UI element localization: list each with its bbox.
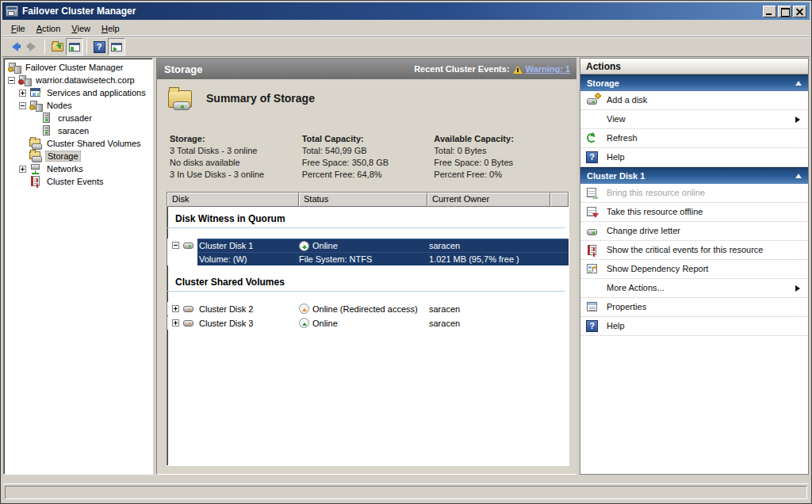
tree-item-services[interactable]: Services and applications — [4, 86, 152, 99]
collapse-section-icon[interactable] — [795, 78, 802, 86]
row-cluster-disk-1-volume[interactable]: Volume: (W) File System: NTFS 1.021 MB (… — [167, 252, 569, 265]
forward-button[interactable] — [24, 38, 41, 55]
action-properties[interactable]: Properties — [580, 298, 808, 317]
title-bar: Failover Cluster Manager — [2, 2, 810, 20]
action-help-disk[interactable]: ? Help — [580, 317, 808, 336]
tree-item-cluster[interactable]: warrior.datawisetech.corp — [4, 74, 152, 86]
action-help-storage[interactable]: ? Help — [580, 148, 808, 167]
tree-item-storage[interactable]: Storage — [4, 150, 152, 162]
tree-item-nodes[interactable]: Nodes — [4, 99, 152, 112]
owner-cell: saracen — [427, 316, 550, 330]
volume-text: Volume: (W) — [197, 254, 247, 264]
expand-expander[interactable] — [172, 319, 179, 326]
group-header-disk-witness: Disk Witness in Quorum — [167, 208, 565, 228]
column-header-status[interactable]: Status — [299, 193, 427, 207]
action-refresh[interactable]: Refresh — [580, 129, 808, 148]
action-label: Take this resource offline — [607, 207, 803, 217]
action-more-actions[interactable]: More Actions... — [580, 279, 808, 298]
critical-events-icon — [586, 244, 600, 257]
disk-icon — [182, 317, 195, 330]
add-disk-icon — [586, 94, 600, 107]
disk-cell: Cluster Disk 1 — [197, 239, 299, 252]
tree-item-networks[interactable]: Networks — [4, 162, 152, 175]
recent-cluster-events: Recent Cluster Events: Warning: 1 — [414, 63, 570, 75]
action-change-drive-letter[interactable]: Change drive letter — [580, 222, 808, 241]
collapse-expander[interactable] — [8, 77, 15, 84]
back-button[interactable] — [6, 38, 24, 55]
app-window: Failover Cluster Manager File Action Vie… — [0, 0, 812, 504]
expand-expander[interactable] — [19, 166, 26, 173]
summary-line: Percent Free: 0% — [434, 169, 566, 181]
results-header: Storage Recent Cluster Events: Warning: … — [157, 59, 577, 79]
tree-item-label: saracen — [56, 126, 90, 136]
tree-item-root[interactable]: Failover Cluster Manager — [4, 61, 152, 74]
recent-events-label: Recent Cluster Events: — [414, 64, 509, 74]
status-bar-panel — [5, 486, 807, 499]
show-console-tree-button[interactable] — [66, 38, 83, 55]
row-cluster-disk-3[interactable]: Cluster Disk 3 Online saracen — [167, 316, 569, 330]
toolbar-separator — [86, 40, 87, 54]
collapse-section-icon[interactable] — [795, 170, 802, 178]
warning-link[interactable]: Warning: 1 — [526, 64, 570, 74]
no-icon — [586, 113, 600, 126]
summary-available-capacity-column: Available Capacity: Total: 0 Bytes Free … — [434, 133, 566, 181]
toolbar: ? — [2, 36, 810, 57]
menu-file[interactable]: File — [6, 22, 31, 35]
section-title: Storage — [587, 78, 619, 88]
action-label: Refresh — [607, 133, 803, 143]
expand-expander[interactable] — [19, 90, 26, 97]
action-take-resource-offline[interactable]: Take this resource offline — [580, 203, 808, 222]
menu-bar: File Action View Help — [2, 20, 810, 36]
action-show-critical-events[interactable]: Show the critical events for this resour… — [580, 241, 808, 260]
group-header-cluster-shared-volumes: Cluster Shared Volumes — [167, 272, 565, 292]
menu-view[interactable]: View — [66, 22, 96, 35]
maximize-button[interactable] — [778, 6, 791, 17]
row-lead — [167, 239, 197, 252]
action-add-a-disk[interactable]: Add a disk — [580, 91, 808, 110]
collapse-expander[interactable] — [172, 242, 179, 249]
expand-expander[interactable] — [172, 305, 179, 312]
action-show-dependency-report[interactable]: Show Dependency Report — [580, 260, 808, 279]
disk-cell: Cluster Disk 3 — [197, 316, 299, 330]
results-title: Storage — [164, 63, 202, 75]
column-header-disk[interactable]: Disk — [167, 193, 299, 207]
minimize-button[interactable] — [763, 6, 776, 17]
actions-section-storage[interactable]: Storage — [580, 74, 808, 91]
filesystem-cell: File System: NTFS — [299, 252, 427, 265]
disks-list: Disk Status Current Owner Disk Witness i… — [167, 192, 569, 466]
action-label: More Actions... — [607, 283, 795, 293]
no-icon — [586, 282, 600, 295]
menu-action[interactable]: Action — [31, 22, 67, 35]
status-cell: Online — [299, 239, 427, 252]
forward-arrow-icon — [29, 42, 36, 52]
row-lead — [167, 302, 197, 315]
status-text: Online — [312, 319, 338, 328]
help-button[interactable]: ? — [90, 38, 108, 55]
row-cluster-disk-2[interactable]: Cluster Disk 2 Online (Redirected access… — [167, 302, 569, 315]
tree-item-csv[interactable]: Cluster Shared Volumes — [4, 137, 152, 150]
disk-name: Cluster Disk 2 — [197, 304, 253, 314]
action-view[interactable]: View — [580, 110, 808, 129]
collapse-expander[interactable] — [19, 102, 26, 109]
show-action-pane-button[interactable] — [108, 38, 125, 55]
folder-export-icon — [52, 43, 63, 52]
export-list-button[interactable] — [48, 38, 66, 55]
actions-section-cluster-disk-1[interactable]: Cluster Disk 1 — [580, 167, 808, 184]
dependency-report-icon — [586, 263, 600, 276]
toolbar-separator — [44, 40, 45, 54]
tree-item-crusader[interactable]: crusader — [4, 112, 152, 124]
services-icon — [29, 86, 42, 99]
status-bar — [3, 483, 809, 501]
tree-item-saracen[interactable]: saracen — [4, 124, 152, 137]
row-cluster-disk-1[interactable]: Cluster Disk 1 Online saracen — [167, 239, 569, 252]
console-tree: Failover Cluster Manager warrior.datawis… — [3, 58, 153, 475]
server-icon — [40, 112, 53, 124]
action-label: Properties — [607, 302, 803, 312]
tree-item-cluster-events[interactable]: Cluster Events — [4, 175, 152, 188]
close-button[interactable] — [793, 6, 806, 17]
summary-storage-column: Storage: 3 Total Disks - 3 online No dis… — [170, 133, 302, 181]
app-icon — [6, 6, 18, 17]
column-header-current-owner[interactable]: Current Owner — [427, 193, 550, 207]
menu-help[interactable]: Help — [96, 22, 125, 35]
action-label: Show Dependency Report — [607, 264, 803, 274]
